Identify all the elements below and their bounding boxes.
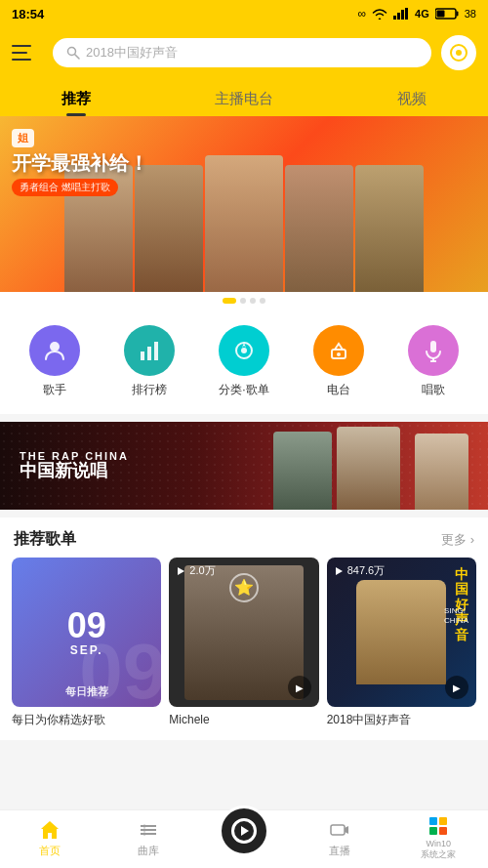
michele-figure: ⭐ bbox=[184, 565, 305, 700]
person-5 bbox=[355, 165, 424, 292]
menu-line-2 bbox=[12, 52, 27, 54]
rap-person-1 bbox=[273, 432, 332, 510]
daily-cover: 09 09 SEP. 每日推荐 bbox=[12, 558, 161, 707]
svg-rect-17 bbox=[430, 341, 436, 352]
status-time: 18:54 bbox=[12, 7, 44, 21]
menu-button[interactable] bbox=[12, 37, 43, 68]
nav-player-center[interactable] bbox=[219, 806, 269, 856]
banner-sub-badge: 勇者组合 燃唱主打歌 bbox=[12, 179, 118, 196]
svg-rect-2 bbox=[401, 10, 404, 20]
svg-rect-27 bbox=[429, 817, 437, 825]
category-grid: 歌手 排行榜 分类·歌单 电台 bbox=[0, 310, 488, 414]
more-button[interactable]: 更多 › bbox=[441, 531, 474, 549]
svg-point-25 bbox=[143, 832, 146, 835]
voice-text-en: SING!CHINA bbox=[444, 606, 468, 625]
dot-3 bbox=[250, 298, 256, 304]
svg-point-9 bbox=[50, 342, 60, 351]
rap-china-banner[interactable]: THE RAP CHINA 中国新说唱 bbox=[0, 422, 488, 510]
michele-cover: ⭐ 2.0万 ▶ bbox=[169, 558, 318, 707]
tab-recommend[interactable]: 推荐 bbox=[42, 82, 110, 116]
svg-rect-12 bbox=[154, 342, 158, 360]
svg-point-24 bbox=[143, 828, 146, 831]
cat-artist[interactable]: 歌手 bbox=[29, 325, 80, 398]
cat-chart-label: 排行榜 bbox=[132, 382, 167, 398]
play-btn-michele[interactable]: ▶ bbox=[288, 676, 311, 699]
banner-overlay: 姐 开学最强补给！ 勇者组合 燃唱主打歌 bbox=[12, 128, 148, 196]
stars-circle: ⭐ bbox=[229, 573, 259, 602]
cat-sing-label: 唱歌 bbox=[422, 382, 445, 398]
banner-tag: 姐 bbox=[12, 129, 34, 147]
svg-rect-29 bbox=[429, 827, 437, 835]
svg-rect-26 bbox=[331, 825, 345, 835]
play-btn-voice[interactable]: ▶ bbox=[445, 676, 468, 699]
search-placeholder: 2018中国好声音 bbox=[86, 44, 178, 62]
dot-4 bbox=[260, 298, 265, 304]
person-3 bbox=[205, 155, 283, 292]
svg-rect-28 bbox=[439, 817, 447, 825]
search-icon bbox=[66, 46, 80, 60]
nav-library[interactable]: 曲库 bbox=[119, 819, 178, 858]
nav-home-label: 首页 bbox=[39, 844, 61, 858]
nav-live-label: 直播 bbox=[329, 844, 350, 858]
recommend-section-header: 推荐歌单 更多 › bbox=[0, 517, 488, 558]
voice-hand bbox=[356, 580, 446, 684]
svg-rect-0 bbox=[393, 16, 396, 20]
recommend-title: 推荐歌单 bbox=[14, 529, 76, 550]
hero-banner[interactable]: 姐 开学最强补给！ 勇者组合 燃唱主打歌 bbox=[0, 116, 488, 292]
battery-level: 38 bbox=[465, 8, 476, 20]
library-icon bbox=[138, 819, 159, 841]
banner-dots bbox=[0, 292, 488, 310]
banner-main-text: 开学最强补给！ bbox=[12, 151, 148, 175]
win10-icon bbox=[428, 816, 448, 836]
nav-win10[interactable]: Win10系统之家 bbox=[409, 816, 468, 860]
cat-chart[interactable]: 排行榜 bbox=[124, 325, 175, 398]
nav-live[interactable]: 直播 bbox=[310, 819, 369, 858]
svg-point-14 bbox=[241, 348, 247, 353]
cat-artist-label: 歌手 bbox=[43, 382, 66, 398]
svg-rect-11 bbox=[147, 347, 151, 360]
dot-2 bbox=[240, 298, 246, 304]
svg-rect-6 bbox=[436, 11, 444, 18]
app-header: 2018中国好声音 bbox=[0, 27, 488, 78]
voice-text-cn: 中国好声音 bbox=[455, 567, 468, 642]
wifi-icon bbox=[372, 8, 387, 20]
svg-rect-1 bbox=[397, 13, 400, 20]
rap-person-3 bbox=[415, 434, 468, 510]
fm-icon bbox=[313, 325, 364, 376]
record-icon bbox=[450, 44, 468, 62]
nav-home[interactable]: 首页 bbox=[20, 819, 79, 858]
main-tabs: 推荐 主播电台 视频 bbox=[0, 78, 488, 116]
status-4g: 4G bbox=[415, 8, 429, 20]
cat-playlist[interactable]: 分类·歌单 bbox=[219, 325, 269, 398]
daily-name: 每日为你精选好歌 bbox=[12, 713, 161, 728]
playlist-michele[interactable]: ⭐ 2.0万 ▶ Michele bbox=[169, 558, 318, 728]
sing-icon bbox=[408, 325, 459, 376]
tab-radio[interactable]: 主播电台 bbox=[195, 82, 293, 116]
svg-rect-30 bbox=[439, 827, 447, 835]
nav-library-label: 曲库 bbox=[138, 844, 159, 858]
home-icon bbox=[39, 819, 61, 841]
rap-person-2 bbox=[337, 427, 400, 510]
person-4 bbox=[285, 165, 353, 292]
chart-icon bbox=[124, 325, 175, 376]
svg-point-23 bbox=[143, 824, 146, 827]
svg-rect-5 bbox=[456, 12, 458, 17]
tab-video[interactable]: 视频 bbox=[378, 82, 446, 116]
menu-line-1 bbox=[12, 45, 31, 47]
svg-line-8 bbox=[75, 55, 80, 60]
win10-badge bbox=[428, 816, 448, 836]
cat-sing[interactable]: 唱歌 bbox=[408, 325, 459, 398]
cat-playlist-label: 分类·歌单 bbox=[219, 382, 268, 398]
playlist-daily[interactable]: 09 09 SEP. 每日推荐 每日为你精选好歌 bbox=[12, 558, 161, 728]
cat-fm[interactable]: 电台 bbox=[313, 325, 364, 398]
bottom-spacer bbox=[0, 740, 488, 808]
record-button[interactable] bbox=[441, 35, 476, 70]
daily-date: 09 SEP. bbox=[67, 608, 106, 657]
svg-rect-10 bbox=[141, 351, 144, 360]
search-bar[interactable]: 2018中国好声音 bbox=[53, 38, 431, 67]
cat-fm-label: 电台 bbox=[327, 382, 350, 398]
playlist-icon bbox=[219, 325, 269, 376]
play-count-michele: 2.0万 bbox=[175, 563, 215, 578]
svg-rect-3 bbox=[405, 8, 408, 20]
playlist-voice[interactable]: 中国好声音 SING!CHINA 847.6万 ▶ 2018中国好声音 bbox=[327, 558, 476, 728]
